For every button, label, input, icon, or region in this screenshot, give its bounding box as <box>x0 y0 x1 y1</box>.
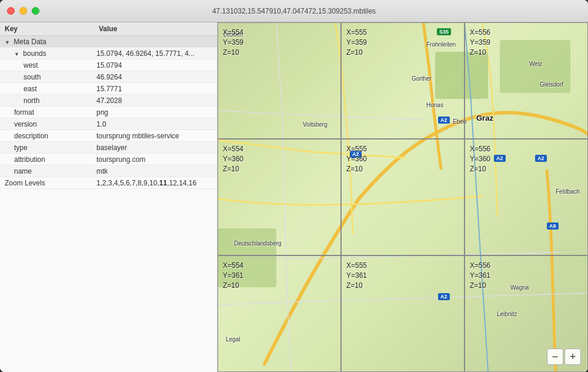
badge-a9: A9 <box>547 220 559 230</box>
row-value: 46.9264 <box>94 73 122 81</box>
zoom-out-button[interactable]: − <box>547 348 563 365</box>
table-row[interactable]: ▼ Meta Data <box>0 36 217 48</box>
row-key: east <box>0 85 94 93</box>
main-window: 47.131032,15.547910,47.047472,15.309253.… <box>0 0 588 372</box>
svg-rect-0 <box>435 52 488 99</box>
row-value: toursprung mbtiles-service <box>94 132 179 140</box>
table-row: south 46.9264 <box>0 71 217 83</box>
table-row: description toursprung mbtiles-service <box>0 130 217 142</box>
row-key: west <box>0 61 94 69</box>
map-controls: − + <box>547 348 581 365</box>
svg-rect-3 <box>559 246 588 287</box>
row-value: 15.7771 <box>94 85 122 93</box>
table-row: east 15.7771 <box>0 83 217 95</box>
badge-a2-road: A2 <box>350 148 362 158</box>
row-key: format <box>0 108 94 117</box>
metadata-panel: Key Value ▼ Meta Data ▼ bounds <box>0 22 218 372</box>
disclosure-triangle[interactable]: ▼ <box>14 51 21 57</box>
row-value: baselayer <box>94 144 127 152</box>
key-column-header: Key <box>5 25 99 33</box>
badge-a2-3: A2 <box>535 152 547 162</box>
main-content: Key Value ▼ Meta Data ▼ bounds <box>0 22 588 372</box>
row-value: 15.0794, 46.9264, 15.7771, 4... <box>94 49 195 58</box>
row-value: mtk <box>94 167 108 175</box>
table-body: ▼ Meta Data ▼ bounds 15.0794, 46.9264, 1… <box>0 36 217 372</box>
row-key: south <box>0 73 94 81</box>
group-label: Meta Data <box>14 38 46 46</box>
disclosure-triangle[interactable]: ▼ <box>5 39 12 45</box>
minimize-button[interactable] <box>19 7 27 15</box>
close-button[interactable] <box>7 7 15 15</box>
row-value: 47.2028 <box>94 97 122 105</box>
row-key: north <box>0 97 94 105</box>
svg-rect-2 <box>218 228 276 287</box>
traffic-lights <box>7 7 39 15</box>
value-column-header: Value <box>99 25 117 33</box>
table-row: name mtk <box>0 165 217 177</box>
titlebar: 47.131032,15.547910,47.047472,15.309253.… <box>0 0 588 22</box>
badge-s35: S35 <box>437 25 451 36</box>
table-row: version 1.0 <box>0 118 217 130</box>
row-value: 1,2,3,4,5,6,7,8,9,10,11,12,14,16 <box>94 179 196 187</box>
window-title: 47.131032,15.547910,47.047472,15.309253.… <box>212 7 376 15</box>
table-row: attribution toursprung.com <box>0 154 217 165</box>
row-key: name <box>0 167 94 175</box>
roads-layer <box>218 22 588 372</box>
maximize-button[interactable] <box>32 7 39 15</box>
table-row: west 15.0794 <box>0 59 217 71</box>
row-key: description <box>0 132 94 140</box>
row-value: 15.0794 <box>94 61 122 69</box>
zoom-in-button[interactable]: + <box>564 348 581 365</box>
row-key: ▼ bounds <box>0 49 94 58</box>
table-row: Zoom Levels 1,2,3,4,5,6,7,8,9,10,11,12,1… <box>0 177 217 189</box>
map-panel[interactable]: Graz Frohnleiten Voitsberg Wagna Leoben … <box>218 22 588 372</box>
table-row: type baselayer <box>0 142 217 154</box>
row-key: type <box>0 144 94 152</box>
row-key: version <box>0 120 94 128</box>
table-row: format png <box>0 107 217 118</box>
row-key: attribution <box>0 155 94 164</box>
row-value: toursprung.com <box>94 155 145 164</box>
table-row[interactable]: ▼ bounds 15.0794, 46.9264, 15.7771, 4... <box>0 48 217 59</box>
badge-a2-bottom: A2 <box>438 290 450 301</box>
badge-a2-1: A2 <box>438 114 450 124</box>
row-key: ▼ Meta Data <box>0 38 94 46</box>
svg-rect-1 <box>500 40 570 93</box>
map-container[interactable]: Graz Frohnleiten Voitsberg Wagna Leoben … <box>218 22 588 372</box>
table-header: Key Value <box>0 22 217 36</box>
row-value: png <box>94 108 108 117</box>
row-key: Zoom Levels <box>0 179 94 187</box>
row-value: 1.0 <box>94 120 106 128</box>
badge-a2-2: A2 <box>494 152 506 162</box>
table-row: north 47.2028 <box>0 95 217 107</box>
